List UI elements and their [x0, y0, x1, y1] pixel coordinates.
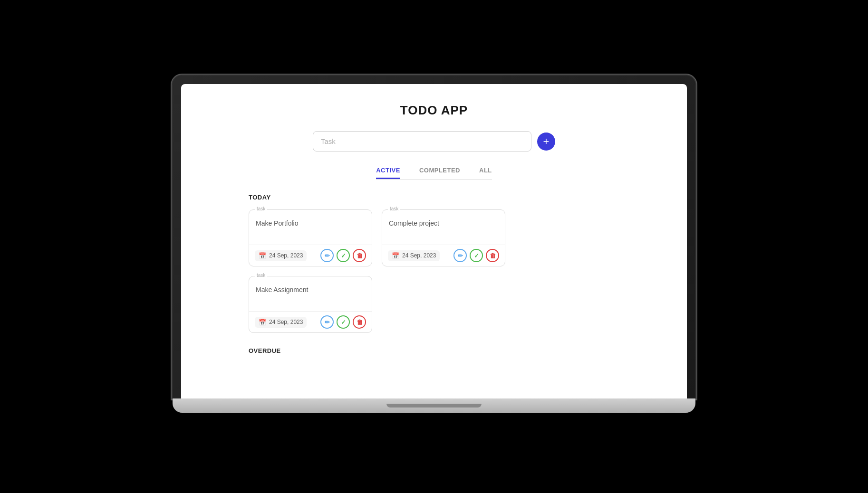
card-actions: ✏ ✓ 🗑 — [320, 249, 366, 262]
card-actions: ✏ ✓ 🗑 — [320, 315, 366, 329]
overdue-section-label: OVERDUE — [249, 347, 619, 354]
app-title: TODO APP — [249, 103, 619, 118]
today-cards-row: task Make Portfolio 📅 24 Sep, 2023 ✏ — [249, 209, 619, 333]
check-icon: ✓ — [341, 319, 346, 326]
card-field-label: task — [388, 206, 400, 211]
calendar-icon: 📅 — [259, 252, 266, 259]
edit-icon: ✏ — [458, 252, 463, 259]
check-icon: ✓ — [341, 252, 346, 259]
laptop-screen-outer: TODO APP + ACTIVE COMPLETED ALL TODAY — [173, 76, 695, 398]
card-body: task Make Portfolio — [249, 210, 372, 245]
card-field-label: task — [255, 206, 267, 211]
complete-button[interactable]: ✓ — [470, 249, 483, 262]
edit-icon: ✏ — [325, 319, 330, 326]
overdue-section: OVERDUE — [249, 347, 619, 354]
delete-button[interactable]: 🗑 — [486, 249, 499, 262]
card-task-text: Make Assignment — [256, 286, 365, 294]
card-field-label: task — [255, 273, 267, 278]
tabs-container: ACTIVE COMPLETED ALL — [376, 163, 492, 180]
card-body: task Complete project — [382, 210, 505, 245]
card-footer: 📅 24 Sep, 2023 ✏ ✓ — [382, 245, 505, 266]
delete-button[interactable]: 🗑 — [353, 249, 366, 262]
edit-button[interactable]: ✏ — [320, 249, 334, 262]
delete-icon: 🗑 — [357, 252, 363, 259]
tab-completed[interactable]: COMPLETED — [419, 163, 460, 179]
task-card: task Make Portfolio 📅 24 Sep, 2023 ✏ — [249, 209, 372, 266]
card-date-text: 24 Sep, 2023 — [402, 252, 436, 259]
delete-button[interactable]: 🗑 — [353, 315, 366, 329]
calendar-icon: 📅 — [259, 319, 266, 326]
delete-icon: 🗑 — [490, 252, 496, 259]
laptop-base — [173, 398, 695, 413]
check-icon: ✓ — [474, 252, 479, 259]
complete-button[interactable]: ✓ — [337, 315, 350, 329]
card-footer: 📅 24 Sep, 2023 ✏ ✓ — [249, 245, 372, 266]
card-date: 📅 24 Sep, 2023 — [255, 317, 307, 328]
card-body: task Make Assignment — [249, 276, 372, 311]
calendar-icon: 📅 — [392, 252, 399, 259]
app-container: TODO APP + ACTIVE COMPLETED ALL TODAY — [220, 84, 648, 382]
card-task-text: Complete project — [389, 219, 498, 227]
card-date: 📅 24 Sep, 2023 — [388, 250, 440, 261]
card-date-text: 24 Sep, 2023 — [269, 319, 303, 325]
card-date: 📅 24 Sep, 2023 — [255, 250, 307, 261]
complete-button[interactable]: ✓ — [337, 249, 350, 262]
card-footer: 📅 24 Sep, 2023 ✏ ✓ — [249, 311, 372, 332]
card-task-text: Make Portfolio — [256, 219, 365, 227]
delete-icon: 🗑 — [357, 319, 363, 326]
task-input[interactable] — [313, 131, 531, 152]
laptop-wrapper: TODO APP + ACTIVE COMPLETED ALL TODAY — [173, 76, 695, 417]
tab-active[interactable]: ACTIVE — [376, 163, 400, 179]
edit-button[interactable]: ✏ — [320, 315, 334, 329]
today-section-label: TODAY — [249, 194, 619, 201]
laptop-screen-inner: TODO APP + ACTIVE COMPLETED ALL TODAY — [181, 84, 687, 398]
edit-button[interactable]: ✏ — [453, 249, 467, 262]
add-task-button[interactable]: + — [537, 133, 555, 151]
task-card: task Make Assignment 📅 24 Sep, 2023 ✏ — [249, 276, 372, 333]
card-actions: ✏ ✓ 🗑 — [453, 249, 499, 262]
card-date-text: 24 Sep, 2023 — [269, 252, 303, 259]
task-card: task Complete project 📅 24 Sep, 2023 ✏ — [382, 209, 505, 266]
edit-icon: ✏ — [325, 252, 330, 259]
tab-all[interactable]: ALL — [479, 163, 492, 179]
laptop-notch — [386, 404, 482, 408]
